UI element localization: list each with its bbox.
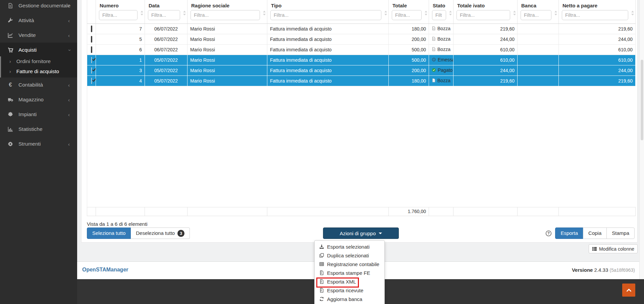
export-button[interactable]: Esporta bbox=[555, 227, 583, 239]
table-row[interactable]: 5 06/07/2022 Mario Rossi Fattura immedia… bbox=[87, 34, 636, 44]
brand-link[interactable]: OpenSTAManager bbox=[82, 267, 128, 273]
cell-totale-ivato: 244,00 bbox=[453, 65, 518, 75]
cell-tipo: Fattura immediata di acquisto bbox=[267, 55, 389, 65]
circle-icon bbox=[432, 57, 436, 62]
filter-input-totale[interactable] bbox=[392, 10, 422, 20]
cell-numero: 5 bbox=[96, 34, 145, 44]
checkbox-checked-icon[interactable] bbox=[91, 78, 92, 84]
cell-data: 05/07/2022 bbox=[145, 65, 187, 75]
cell-tipo: Fattura immediata di acquisto bbox=[267, 23, 389, 34]
sidebar-item-vendite[interactable]: Vendite ‹ bbox=[0, 28, 77, 43]
highlight-box bbox=[316, 277, 359, 288]
sidebar-item-attivita[interactable]: Attività ‹ bbox=[0, 13, 77, 28]
cell-ragione-sociale: Mario Rossi bbox=[187, 65, 267, 75]
table-row-selected[interactable]: 1 05/07/2022 Mario Rossi Fattura immedia… bbox=[87, 55, 636, 65]
sort-carets[interactable] bbox=[449, 11, 452, 17]
sort-carets[interactable] bbox=[384, 11, 387, 17]
menu-item-registrazione-contabile[interactable]: Registrazione contabile bbox=[315, 260, 384, 268]
sort-carets[interactable] bbox=[425, 11, 428, 17]
checkbox-checked-icon[interactable] bbox=[91, 67, 92, 73]
menu-item-esporta-selezionati[interactable]: Esporta selezionati bbox=[315, 242, 384, 251]
sort-carets[interactable] bbox=[183, 11, 186, 17]
modify-columns-button[interactable]: Modifica colonne bbox=[589, 244, 638, 253]
sidebar-item-magazzino[interactable]: Magazzino ‹ bbox=[0, 92, 77, 107]
copy-button[interactable]: Copia bbox=[583, 227, 607, 239]
filter-input-tipo[interactable] bbox=[270, 10, 381, 20]
chevron-right-icon: › bbox=[9, 59, 11, 64]
cell-tipo: Fattura immediata di acquisto bbox=[267, 75, 389, 86]
sort-carets[interactable] bbox=[263, 11, 266, 17]
column-header-tipo: Tipo bbox=[267, 0, 389, 23]
filter-input-totale-ivato[interactable] bbox=[457, 10, 510, 20]
sidebar-item-label: Impianti bbox=[18, 111, 37, 117]
sort-carets[interactable] bbox=[141, 11, 144, 17]
cell-netto-a-pagare: 610,00 bbox=[559, 44, 636, 55]
table-row[interactable]: 6 06/07/2022 Mario Rossi Fattura immedia… bbox=[87, 44, 636, 55]
cell-netto-a-pagare: 244,00 bbox=[559, 34, 636, 44]
filter-input-banca[interactable] bbox=[521, 10, 551, 20]
cell-banca bbox=[518, 65, 559, 75]
filter-input-numero[interactable] bbox=[99, 10, 138, 20]
column-header-stato: Stato bbox=[429, 0, 453, 23]
selection-count-badge: 3 bbox=[177, 230, 184, 237]
list-icon bbox=[592, 246, 597, 251]
filter-input-ragione-sociale[interactable] bbox=[191, 10, 260, 20]
sort-carets[interactable] bbox=[554, 11, 557, 17]
filter-input-stato[interactable] bbox=[432, 10, 446, 20]
checkbox-unchecked-icon[interactable] bbox=[91, 36, 92, 43]
sidebar-item-gestione-documentale[interactable]: Gestione documentale ‹ bbox=[0, 0, 77, 13]
vertical-scrollbar bbox=[639, 0, 644, 279]
cell-numero: 6 bbox=[96, 44, 145, 55]
cell-totale-ivato: 610,00 bbox=[453, 44, 518, 55]
sidebar-item-contabilita[interactable]: € Contabilità ‹ bbox=[0, 78, 77, 92]
table-row-selected[interactable]: 3 05/07/2022 Mario Rossi Fattura immedia… bbox=[87, 65, 636, 75]
menu-item-esporta-stampe-fe[interactable]: Esporta stampe FE bbox=[315, 268, 384, 277]
checkbox-checked-icon[interactable] bbox=[91, 57, 92, 63]
group-actions-button[interactable]: Azioni di gruppo bbox=[323, 227, 399, 239]
cell-stato: Bozza bbox=[429, 23, 453, 34]
sidebar-item-ordini-fornitore[interactable]: › Ordini fornitore bbox=[0, 56, 77, 66]
sidebar-item-strumenti[interactable]: Strumenti ‹ bbox=[0, 137, 77, 151]
table-row-selected[interactable]: 4 05/07/2022 Mario Rossi Fattura immedia… bbox=[87, 75, 636, 86]
filter-input-data[interactable] bbox=[148, 10, 180, 20]
chevron-left-icon: ‹ bbox=[68, 112, 70, 117]
cell-totale: 180,00 bbox=[389, 75, 429, 86]
column-header-netto-a-pagare: Netto a pagare bbox=[559, 0, 636, 23]
cell-stato: Bozza bbox=[429, 34, 453, 44]
cell-tipo: Fattura immediata di acquisto bbox=[267, 65, 389, 75]
sidebar-item-statistiche[interactable]: Statistiche bbox=[0, 122, 77, 137]
menu-item-aggiorna-banca[interactable]: Aggiorna banca bbox=[315, 295, 384, 303]
checkbox-unchecked-icon[interactable] bbox=[91, 26, 92, 32]
wrench-icon bbox=[7, 18, 14, 23]
print-button[interactable]: Stampa bbox=[606, 227, 635, 239]
cell-ragione-sociale: Mario Rossi bbox=[187, 23, 267, 34]
scrollbar-thumb[interactable] bbox=[641, 60, 643, 140]
deselect-all-button[interactable]: Deseleziona tutto3 bbox=[131, 227, 190, 239]
sort-carets[interactable] bbox=[513, 11, 516, 17]
download-icon bbox=[319, 244, 324, 249]
cell-numero: 4 bbox=[96, 75, 145, 86]
chevron-left-icon: ‹ bbox=[68, 82, 70, 88]
puzzle-icon bbox=[7, 112, 14, 117]
sidebar-item-impianti[interactable]: Impianti ‹ bbox=[0, 107, 77, 122]
scroll-to-top-button[interactable] bbox=[622, 284, 635, 297]
checkbox-unchecked-icon[interactable] bbox=[91, 46, 92, 53]
group-actions-menu: Esporta selezionati Duplica selezionati … bbox=[314, 240, 385, 304]
sidebar-item-fatture-di-acquisto[interactable]: › Fatture di acquisto bbox=[0, 66, 77, 77]
filter-input-netto-a-pagare[interactable] bbox=[562, 10, 628, 20]
menu-item-duplica-selezionati[interactable]: Duplica selezionati bbox=[315, 251, 384, 260]
sidebar-item-acquisti[interactable]: Acquisti ‹ bbox=[0, 43, 77, 57]
chevron-up-icon bbox=[626, 287, 632, 293]
file-icon bbox=[432, 26, 436, 31]
cell-totale-ivato: 219,60 bbox=[453, 23, 518, 34]
cell-totale: 200,00 bbox=[389, 34, 429, 44]
select-all-button[interactable]: Seleziona tutto bbox=[87, 227, 131, 239]
chevron-left-icon: ‹ bbox=[68, 97, 70, 103]
column-header-totale-ivato: Totale ivato bbox=[453, 0, 518, 23]
table-empty-space bbox=[87, 86, 636, 207]
sort-carets[interactable] bbox=[631, 11, 634, 17]
help-icon[interactable]: ? bbox=[545, 230, 552, 237]
table-row[interactable]: 7 06/07/2022 Mario Rossi Fattura immedia… bbox=[87, 23, 636, 34]
table-header-row: Numero Data Ragione sociale bbox=[87, 0, 636, 23]
cell-data: 06/07/2022 bbox=[145, 44, 187, 55]
